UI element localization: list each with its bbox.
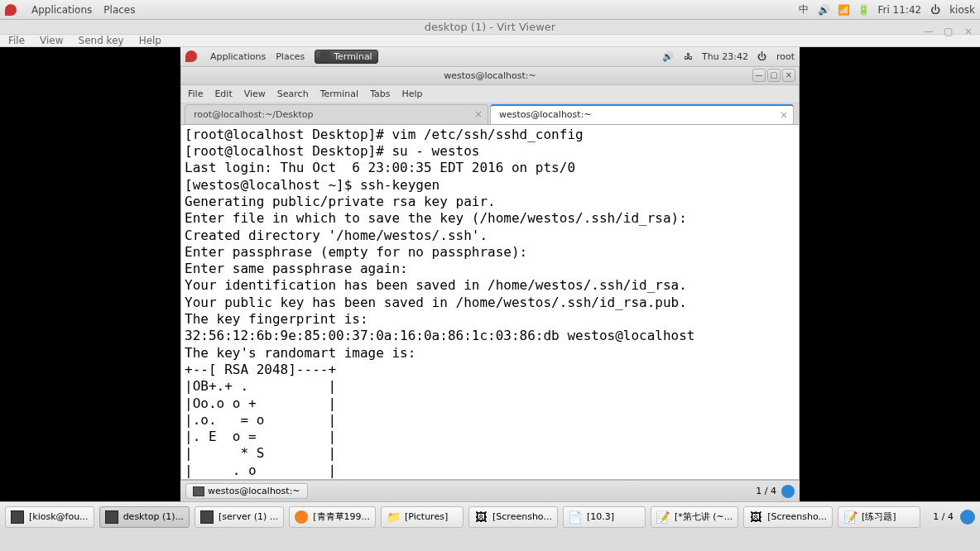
terminal-maximize-button[interactable]: ▢ [767,69,781,82]
outer-applications-menu[interactable]: Applications [31,4,92,16]
power-icon[interactable]: ⏻ [930,4,941,16]
virt-menu-view[interactable]: View [40,35,63,46]
outer-taskbar-entry[interactable]: [*第七讲 (~... [651,506,738,528]
terminal-menu-view[interactable]: View [244,89,266,99]
battery-icon[interactable]: 🔋 [858,4,869,16]
outer-taskbar-entry-label: [Pictures] [405,511,448,522]
inner-workspace-indicator: 1 / 4 [756,486,776,496]
terminal-menu-file[interactable]: File [188,89,203,99]
terminal-tab-label: westos@localhost:~ [499,109,592,120]
term-icon [105,510,118,524]
virt-titlebar: desktop (1) - Virt Viewer — ▢ × [0,20,980,35]
inner-taskbar-entry-label: westos@localhost:~ [208,486,300,496]
virt-menu-sendkey[interactable]: Send key [79,35,124,46]
ime-indicator-icon[interactable]: 中 [798,2,809,17]
virt-minimize-button[interactable]: — [922,25,935,38]
terminal-icon [320,51,330,61]
inner-task-terminal-label: Terminal [334,51,372,62]
outer-taskbar-entry-label: [kiosk@fou... [29,511,89,522]
terminal-close-button[interactable]: × [782,69,795,82]
inner-topbar: Applications Places Terminal 🔊 🖧 Thu 23:… [180,47,800,67]
term-icon [11,510,24,524]
terminal-tabstrip: root@localhost:~/Desktop × westos@localh… [181,103,799,125]
terminal-tab[interactable]: westos@localhost:~ × [490,104,794,124]
outer-taskbar-entry-label: [*第七讲 (~... [675,510,733,523]
terminal-menu-search[interactable]: Search [277,89,309,99]
outer-taskbar-entry[interactable]: [kiosk@fou... [5,506,94,528]
inner-volume-icon[interactable]: 🔊 [662,51,674,62]
terminal-menu-help[interactable]: Help [402,89,423,99]
outer-taskbar-entry-label: [青青草199... [313,510,370,523]
outer-bottombar: [kiosk@fou...desktop (1)...[server (1) .… [0,501,980,531]
gedit-icon [843,510,857,524]
inner-clock[interactable]: Thu 23:42 [702,51,748,62]
virt-title: desktop (1) - Virt Viewer [425,21,555,33]
terminal-icon [193,486,204,496]
inner-applications-menu[interactable]: Applications [210,51,266,62]
virt-viewer-window: desktop (1) - Virt Viewer — ▢ × File Vie… [0,20,980,501]
outer-taskbar-entry[interactable]: [Pictures] [381,506,464,528]
outer-taskbar-entry-label: [server (1) ... [219,511,278,522]
virt-maximize-button[interactable]: ▢ [942,25,955,38]
workspace-switcher-icon[interactable] [960,510,975,525]
terminal-window: westos@localhost:~ — ▢ × File Edit View … [180,67,800,480]
fx-icon [295,510,308,524]
guest-desktop: Applications Places Terminal 🔊 🖧 Thu 23:… [180,47,800,501]
outer-user-menu[interactable]: kiosk [949,4,975,16]
terminal-menu-edit[interactable]: Edit [214,89,232,99]
outer-taskbar-entry-label: [练习题] [862,510,896,523]
outer-taskbar-entry-label: [Screensho... [767,511,827,522]
outer-clock[interactable]: Fri 11:42 [877,4,921,16]
guest-area: Applications Places Terminal 🔊 🖧 Thu 23:… [0,47,980,501]
terminal-menu-tabs[interactable]: Tabs [370,89,390,99]
inner-task-terminal[interactable]: Terminal [315,50,378,64]
outer-taskbar-entry-label: desktop (1)... [123,511,184,522]
inner-network-icon[interactable]: 🖧 [682,51,694,62]
inner-places-menu[interactable]: Places [276,51,305,62]
inner-fedora-icon [185,50,197,62]
gedit-icon [656,510,670,524]
outer-places-menu[interactable]: Places [103,4,135,16]
terminal-minimize-button[interactable]: — [752,69,766,82]
outer-taskbar-entry[interactable]: [10.3] [563,506,646,528]
terminal-tab-label: root@localhost:~/Desktop [194,109,313,120]
terminal-titlebar: westos@localhost:~ — ▢ × [181,67,799,85]
virt-menu-help[interactable]: Help [139,35,161,46]
outer-topbar: Applications Places 中 🔊 📶 🔋 Fri 11:42 ⏻ … [0,0,980,20]
virt-menubar: File View Send key Help [0,35,980,47]
term-icon [200,510,214,524]
outer-taskbar-entry[interactable]: desktop (1)... [99,506,190,528]
volume-icon[interactable]: 🔊 [818,4,829,16]
outer-taskbar-entry[interactable]: [青青草199... [289,506,376,528]
img-icon [749,510,762,524]
virt-close-button[interactable]: × [962,25,975,38]
terminal-body[interactable]: [root@localhost Desktop]# vim /etc/ssh/s… [181,125,799,479]
inner-user-menu[interactable]: root [776,51,795,62]
terminal-title: westos@localhost:~ [444,70,536,81]
outer-taskbar-entry-label: [10.3] [587,511,614,522]
terminal-tab[interactable]: root@localhost:~/Desktop × [185,104,488,124]
tab-close-icon[interactable]: × [474,108,483,120]
img-icon [474,510,488,524]
outer-taskbar-entry[interactable]: [练习题] [838,506,920,528]
outer-taskbar-entry[interactable]: [Screensho... [743,506,833,528]
doc-icon [569,510,582,524]
fedora-icon [5,4,17,16]
tab-close-icon[interactable]: × [780,109,788,121]
terminal-menu-terminal[interactable]: Terminal [320,89,359,99]
wifi-icon[interactable]: 📶 [838,4,849,16]
inner-power-icon[interactable]: ⏻ [757,51,768,62]
inner-taskbar-entry[interactable]: westos@localhost:~ [185,483,308,499]
guest-black-right [800,47,980,501]
folder-icon [387,510,400,524]
outer-taskbar-entry[interactable]: [server (1) ... [195,506,284,528]
inner-bottombar: westos@localhost:~ 1 / 4 [180,480,800,501]
virt-menu-file[interactable]: File [8,35,25,46]
outer-workspace-indicator: 1 / 4 [933,511,954,522]
outer-taskbar-entry-label: [Screensho... [492,511,552,522]
outer-taskbar-entry[interactable]: [Screensho... [468,506,558,528]
terminal-menubar: File Edit View Search Terminal Tabs Help [181,85,799,103]
guest-black-left [0,47,180,501]
workspace-switcher-icon[interactable] [781,485,795,498]
